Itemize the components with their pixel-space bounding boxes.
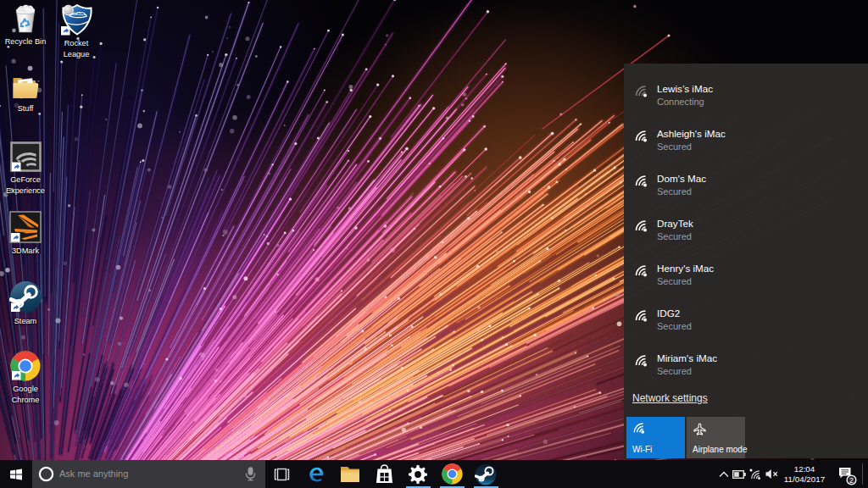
svg-text:2: 2 [849,476,854,485]
